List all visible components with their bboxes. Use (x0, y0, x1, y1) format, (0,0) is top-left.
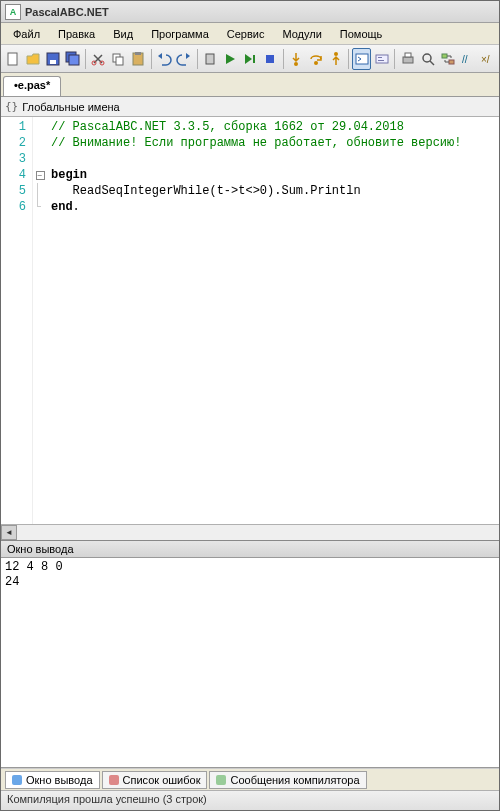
svg-point-16 (334, 52, 338, 56)
svg-rect-12 (253, 55, 255, 63)
stop-button[interactable] (261, 48, 280, 70)
menu-service[interactable]: Сервис (219, 26, 273, 42)
svg-rect-11 (206, 54, 214, 64)
output-panel[interactable]: 12 4 8 0 24 (1, 558, 499, 768)
svg-rect-8 (116, 57, 123, 65)
tab-compiler-messages[interactable]: Сообщения компилятора (209, 771, 366, 789)
svg-rect-24 (442, 54, 447, 58)
menu-modules[interactable]: Модули (274, 26, 329, 42)
file-tab[interactable]: •e.pas* (3, 76, 61, 96)
tab-output[interactable]: Окно вывода (5, 771, 100, 789)
print-button[interactable] (398, 48, 417, 70)
cut-button[interactable] (89, 48, 108, 70)
code-line: begin (51, 168, 87, 182)
run-button[interactable] (221, 48, 240, 70)
undo-button[interactable] (155, 48, 174, 70)
statusbar: Компиляция прошла успешно (3 строк) (1, 790, 499, 810)
new-file-button[interactable] (3, 48, 22, 70)
compile-button[interactable] (201, 48, 220, 70)
tab-errors[interactable]: Список ошибок (102, 771, 208, 789)
output-panel-header[interactable]: Окно вывода (1, 540, 499, 558)
svg-rect-19 (378, 57, 382, 58)
copy-button[interactable] (109, 48, 128, 70)
editor[interactable]: 1 2 3 4 5 6 − // PascalABC.NET 3.3.5, сб… (1, 117, 499, 524)
find-button[interactable] (418, 48, 437, 70)
svg-rect-17 (356, 54, 368, 64)
menu-edit[interactable]: Правка (50, 26, 103, 42)
paste-button[interactable] (129, 48, 148, 70)
code-line: ReadSeqIntegerWhile(t->t<>0).Sum.Println (51, 184, 361, 198)
toolbar-separator (283, 49, 284, 69)
svg-rect-18 (376, 55, 388, 63)
titlebar[interactable]: A PascalABC.NET (1, 1, 499, 23)
svg-rect-22 (405, 53, 411, 57)
toolbar-separator (151, 49, 152, 69)
svg-rect-2 (50, 60, 56, 64)
run-no-debug-button[interactable] (241, 48, 260, 70)
open-file-button[interactable] (23, 48, 42, 70)
toolbar-separator (348, 49, 349, 69)
messages-icon (216, 775, 226, 785)
namespace-label: Глобальные имена (22, 101, 120, 113)
step-out-button[interactable] (326, 48, 345, 70)
svg-rect-13 (266, 55, 274, 63)
step-into-button[interactable] (286, 48, 305, 70)
app-title: PascalABC.NET (25, 6, 109, 18)
toolbar-separator (197, 49, 198, 69)
svg-rect-21 (403, 57, 413, 63)
code-area[interactable]: // PascalABC.NET 3.3.5, сборка 1662 от 2… (47, 117, 499, 524)
redo-button[interactable] (175, 48, 194, 70)
svg-text:×/: ×/ (481, 54, 490, 65)
svg-point-23 (423, 54, 431, 62)
bottom-tabs: Окно вывода Список ошибок Сообщения комп… (1, 768, 499, 790)
svg-rect-0 (8, 53, 17, 65)
braces-icon: {} (5, 100, 18, 113)
toolbar-separator (394, 49, 395, 69)
code-line: end (51, 200, 73, 214)
svg-rect-25 (449, 60, 454, 64)
menu-view[interactable]: Вид (105, 26, 141, 42)
code-line: // PascalABC.NET 3.3.5, сборка 1662 от 2… (51, 120, 404, 134)
scroll-track[interactable] (17, 525, 499, 540)
svg-text://: // (462, 54, 468, 65)
output-icon (12, 775, 22, 785)
menu-program[interactable]: Программа (143, 26, 217, 42)
intellisense-button[interactable] (372, 48, 391, 70)
save-all-button[interactable] (63, 48, 82, 70)
menu-help[interactable]: Помощь (332, 26, 391, 42)
fold-gutter: − (33, 117, 47, 524)
step-over-button[interactable] (306, 48, 325, 70)
replace-button[interactable] (438, 48, 457, 70)
toolbar-separator (85, 49, 86, 69)
svg-point-15 (314, 61, 318, 65)
svg-rect-4 (69, 55, 79, 65)
menu-file[interactable]: Файл (5, 26, 48, 42)
app-icon: A (5, 4, 21, 20)
toolbar: // ×/ (1, 45, 499, 73)
line-numbers: 1 2 3 4 5 6 (1, 117, 33, 524)
comment-button[interactable]: // (458, 48, 477, 70)
app-window: A PascalABC.NET Файл Правка Вид Программ… (0, 0, 500, 811)
save-button[interactable] (43, 48, 62, 70)
svg-rect-10 (135, 52, 141, 55)
horizontal-scrollbar[interactable]: ◄ (1, 524, 499, 540)
fold-toggle-icon[interactable]: − (36, 171, 45, 180)
menubar: Файл Правка Вид Программа Сервис Модули … (1, 23, 499, 45)
svg-rect-20 (378, 60, 384, 61)
uncomment-button[interactable]: ×/ (478, 48, 497, 70)
file-tabs: •e.pas* (1, 73, 499, 97)
scroll-left-icon[interactable]: ◄ (1, 525, 17, 540)
namespace-bar[interactable]: {} Глобальные имена (1, 97, 499, 117)
svg-point-14 (294, 62, 298, 66)
toggle-output-button[interactable] (352, 48, 371, 70)
errors-icon (109, 775, 119, 785)
code-line: // Внимание! Если программа не работает,… (51, 136, 461, 150)
